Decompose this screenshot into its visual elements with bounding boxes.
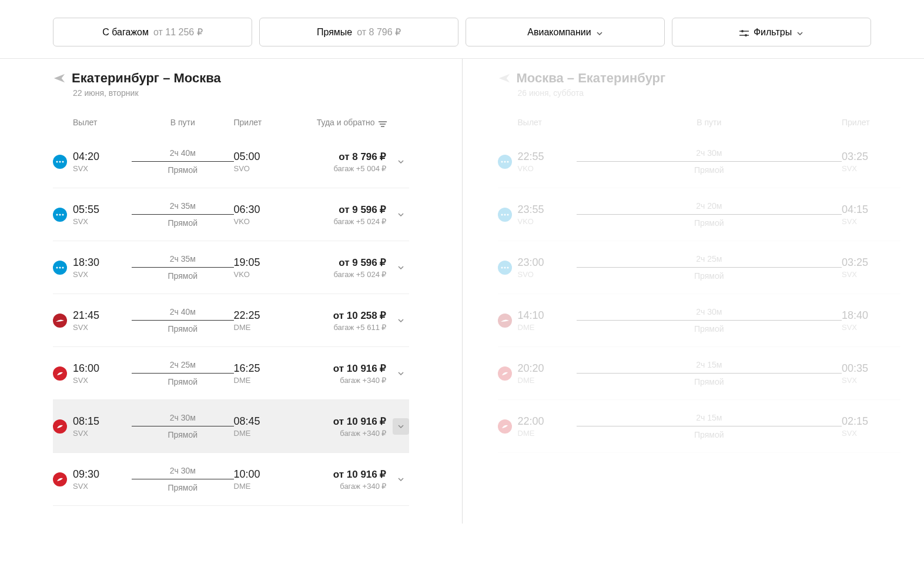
flight-row[interactable]: 23:00SVO2ч 25мПрямой03:25SVX	[498, 241, 901, 294]
departure: 23:00SVO	[518, 256, 577, 279]
expand-button[interactable]	[393, 365, 409, 382]
flight-row[interactable]: 22:00DME2ч 15мПрямой02:15SVX	[498, 400, 901, 453]
plane-icon	[498, 72, 511, 85]
chevron-down-icon	[596, 29, 603, 36]
duration: 2ч 15мПрямой	[577, 413, 842, 439]
arrival: 19:05VKO	[234, 256, 293, 279]
outbound-date: 22 июня, вторник	[73, 88, 409, 98]
arrival: 03:25SVX	[842, 151, 900, 173]
departure: 08:15SVX	[73, 415, 132, 438]
airline-icon	[53, 366, 67, 381]
flight-row[interactable]: 05:55SVX2ч 35мПрямой06:30VKOот 9 596 ₽ба…	[53, 188, 409, 241]
airline-icon	[498, 366, 512, 381]
svg-point-22	[501, 266, 503, 268]
return-date: 26 июня, суббота	[518, 88, 901, 98]
col-price[interactable]: Туда и обратно	[293, 118, 387, 127]
duration: 2ч 25мПрямой	[132, 360, 234, 386]
flight-row[interactable]: 20:20DME2ч 15мПрямой00:35SVX	[498, 347, 901, 400]
duration: 2ч 35мПрямой	[132, 201, 234, 228]
svg-point-17	[504, 161, 505, 162]
price: от 10 916 ₽багаж +340 ₽	[293, 362, 387, 385]
filter-airlines[interactable]: Авиакомпании	[466, 18, 665, 46]
flight-row[interactable]: 14:10DME2ч 30мПрямой18:40SVX	[498, 294, 901, 347]
arrival: 18:40SVX	[842, 309, 900, 332]
flight-row[interactable]: 22:55VKO2ч 30мПрямой03:25SVX	[498, 135, 901, 188]
svg-point-7	[56, 161, 58, 162]
departure: 14:10DME	[518, 309, 577, 332]
departure: 22:55VKO	[518, 151, 577, 173]
filter-bar: С багажом от 11 256 ₽ Прямые от 8 796 ₽ …	[0, 0, 924, 59]
flight-row[interactable]: 23:55VKO2ч 20мПрямой04:15SVX	[498, 188, 901, 241]
departure: 18:30SVX	[73, 256, 132, 279]
arrival: 16:25DME	[234, 362, 293, 385]
svg-point-12	[62, 214, 64, 215]
duration: 2ч 30мПрямой	[577, 148, 842, 175]
plane-icon	[53, 72, 66, 85]
departure: 21:45SVX	[73, 309, 132, 332]
panel-divider	[462, 59, 463, 524]
sort-icon	[379, 119, 387, 125]
expand-button[interactable]	[393, 206, 409, 223]
flight-row[interactable]: 16:00SVX2ч 25мПрямой16:25DMEот 10 916 ₽б…	[53, 347, 409, 400]
svg-point-1	[741, 30, 744, 32]
return-panel: Москва – Екатеринбург 26 июня, суббота В…	[463, 59, 925, 524]
flight-row[interactable]: 21:45SVX2ч 40мПрямой22:25DMEот 10 258 ₽б…	[53, 294, 409, 347]
svg-point-23	[504, 266, 505, 268]
col-arrival: Прилет	[234, 118, 293, 127]
airline-icon	[498, 419, 512, 434]
chevron-down-icon	[796, 29, 804, 36]
duration: 2ч 15мПрямой	[577, 360, 842, 386]
price: от 10 916 ₽багаж +340 ₽	[293, 415, 387, 438]
price: от 10 916 ₽багаж +340 ₽	[293, 468, 387, 491]
filter-more-label: Фильтры	[754, 27, 792, 38]
airline-icon	[498, 314, 512, 328]
outbound-route: Екатеринбург – Москва	[72, 71, 221, 86]
svg-point-15	[62, 266, 64, 268]
filter-baggage-label: С багажом	[102, 27, 149, 38]
duration: 2ч 30мПрямой	[132, 466, 234, 492]
arrival: 03:25SVX	[842, 256, 900, 279]
arrival: 00:35SVX	[842, 362, 900, 385]
svg-point-11	[59, 214, 61, 215]
duration: 2ч 20мПрямой	[577, 201, 842, 228]
svg-point-16	[501, 161, 503, 162]
arrival: 10:00DME	[234, 468, 293, 491]
filter-direct-label: Прямые	[317, 27, 352, 38]
departure: 23:55VKO	[518, 204, 577, 226]
departure: 20:20DME	[518, 362, 577, 385]
expand-button[interactable]	[393, 418, 409, 435]
arrival: 06:30VKO	[234, 204, 293, 226]
filter-baggage[interactable]: С багажом от 11 256 ₽	[53, 18, 252, 46]
expand-button[interactable]	[393, 471, 409, 488]
flight-row[interactable]: 08:15SVX2ч 30мПрямой08:45DMEот 10 916 ₽б…	[53, 400, 409, 453]
outbound-panel: Екатеринбург – Москва 22 июня, вторник В…	[0, 59, 462, 524]
duration: 2ч 30мПрямой	[132, 413, 234, 439]
col-arrival: Прилет	[842, 118, 900, 127]
duration: 2ч 40мПрямой	[132, 307, 234, 334]
expand-button[interactable]	[393, 259, 409, 276]
svg-point-10	[56, 214, 58, 215]
expand-button[interactable]	[393, 154, 409, 170]
return-cols: Вылет В пути Прилет	[498, 101, 901, 135]
flight-row[interactable]: 09:30SVX2ч 30мПрямой10:00DMEот 10 916 ₽б…	[53, 453, 409, 506]
filter-baggage-price: от 11 256 ₽	[153, 26, 203, 38]
svg-point-14	[59, 266, 61, 268]
flight-row[interactable]: 18:30SVX2ч 35мПрямой19:05VKOот 9 596 ₽ба…	[53, 241, 409, 294]
return-route: Москва – Екатеринбург	[517, 71, 666, 86]
col-duration: В пути	[577, 118, 842, 127]
filter-direct[interactable]: Прямые от 8 796 ₽	[259, 18, 458, 46]
svg-point-19	[501, 214, 503, 215]
price: от 9 596 ₽багаж +5 024 ₽	[293, 204, 387, 226]
arrival: 08:45DME	[234, 415, 293, 438]
settings-icon	[739, 29, 749, 36]
flight-row[interactable]: 04:20SVX2ч 40мПрямой05:00SVOот 8 796 ₽ба…	[53, 135, 409, 188]
price: от 10 258 ₽багаж +5 611 ₽	[293, 309, 387, 332]
airline-icon	[498, 261, 512, 275]
svg-point-24	[507, 266, 508, 268]
filter-direct-price: от 8 796 ₽	[357, 26, 401, 38]
svg-point-18	[507, 161, 508, 162]
expand-button[interactable]	[393, 312, 409, 329]
arrival: 22:25DME	[234, 309, 293, 332]
arrival: 04:15SVX	[842, 204, 900, 226]
filter-more[interactable]: Фильтры	[672, 18, 871, 46]
